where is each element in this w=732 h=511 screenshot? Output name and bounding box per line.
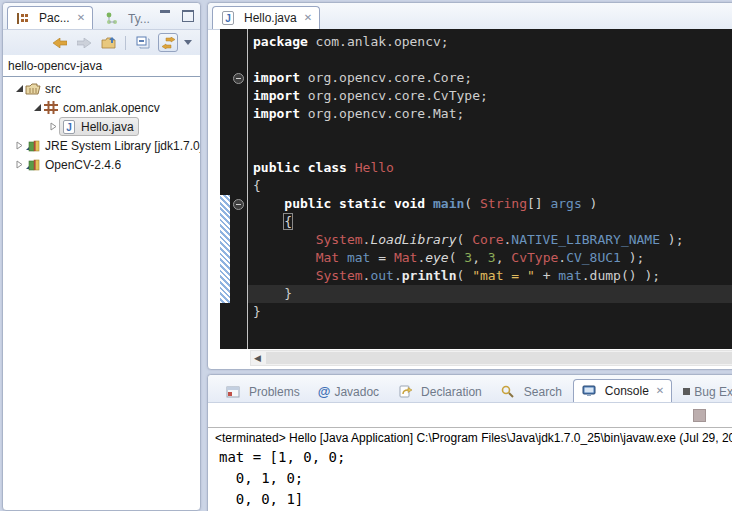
tab-label: Javadoc (334, 385, 379, 399)
tree-item-label: Hello.java (81, 120, 134, 134)
console-panel: Problems @ Javadoc Declaration Search Co… (207, 374, 732, 511)
close-icon[interactable]: ✕ (77, 13, 85, 23)
selected-row-highlight: J Hello.java (59, 117, 139, 136)
expanded-arrow-icon[interactable] (31, 103, 43, 112)
view-window-buttons (160, 10, 194, 22)
tab-search[interactable]: Search (493, 381, 569, 402)
tree-item-label: src (45, 82, 61, 96)
scroll-left-arrow-icon[interactable]: ◀ (251, 353, 261, 363)
horizontal-scrollbar[interactable]: ◀ (250, 350, 732, 366)
collapsed-arrow-icon[interactable] (13, 141, 25, 150)
package-explorer-tabbar: Pac... ✕ Ty... (3, 3, 200, 30)
link-with-editor-icon[interactable] (158, 33, 178, 52)
maximize-icon[interactable] (182, 10, 194, 22)
tree-item-jre-library[interactable]: JRE System Library [jdk1.7.0_25] (3, 136, 200, 155)
close-icon[interactable]: ✕ (304, 13, 312, 23)
tab-javadoc[interactable]: @ Javadoc (311, 381, 386, 402)
tree-item-src[interactable]: src (3, 79, 200, 98)
tab-bug-explorer[interactable]: Bug Explorer (676, 381, 732, 402)
tab-console[interactable]: Console ✕ (573, 379, 672, 402)
console-output: mat = [1, 0, 0; 0, 1, 0; 0, 0, 1] (208, 447, 732, 510)
toolbar-separator (125, 36, 126, 50)
tab-label: Hello.java (244, 11, 297, 25)
code-line[interactable]: import org.opencv.core.CvType; (248, 87, 732, 105)
svg-text:J: J (66, 121, 72, 132)
package-folder-icon (25, 82, 41, 95)
view-menu-icon[interactable] (184, 40, 192, 45)
tab-label: Search (524, 385, 562, 399)
collapsed-arrow-icon[interactable] (47, 122, 59, 131)
console-status-line: <terminated> Hello [Java Application] C:… (208, 428, 732, 447)
code-line[interactable] (248, 123, 732, 141)
code-line[interactable]: package com.anlak.opencv; (248, 33, 732, 51)
tab-label: Bug Explorer (694, 385, 732, 399)
tree-item-label: OpenCV-2.4.6 (45, 158, 121, 172)
tab-label: Ty... (128, 12, 150, 26)
tab-label: Declaration (421, 385, 482, 399)
code-line[interactable]: } (248, 285, 732, 303)
project-tree: src com.anlak.opencv J Hello.java (3, 77, 200, 174)
tab-package-explorer[interactable]: Pac... ✕ (7, 6, 93, 29)
declaration-icon (397, 385, 413, 398)
back-arrow-icon[interactable] (51, 34, 69, 51)
java-file-icon: J (61, 120, 77, 134)
package-explorer-icon (15, 12, 31, 25)
collapse-all-icon[interactable] (134, 34, 152, 51)
forward-arrow-icon[interactable] (75, 34, 93, 51)
minimize-icon[interactable] (160, 10, 170, 19)
terminate-button[interactable] (693, 409, 706, 422)
tree-item-package[interactable]: com.anlak.opencv (3, 98, 200, 117)
code-line[interactable]: { (248, 213, 732, 231)
tree-item-hello-java[interactable]: J Hello.java (3, 117, 200, 136)
scrollbar-thumb[interactable] (266, 352, 732, 364)
type-hierarchy-icon (104, 12, 120, 25)
tab-problems[interactable]: Problems (218, 381, 307, 402)
console-toolbar (208, 403, 732, 427)
close-icon[interactable]: ✕ (656, 386, 664, 396)
tab-label: Pac... (39, 11, 70, 25)
search-icon (500, 385, 516, 398)
annotation-ruler (220, 29, 230, 349)
square-icon (683, 388, 690, 395)
tree-item-label: com.anlak.opencv (63, 101, 160, 115)
code-line[interactable]: System.LoadLibrary( Core.NATIVE_LIBRARY_… (248, 231, 732, 249)
problems-icon (225, 386, 241, 398)
code-line[interactable]: public static void main( String[] args ) (248, 195, 732, 213)
collapsed-arrow-icon[interactable] (13, 160, 25, 169)
code-line[interactable]: import org.opencv.core.Core; (248, 69, 732, 87)
tab-declaration[interactable]: Declaration (390, 381, 489, 402)
java-file-icon: J (220, 11, 236, 25)
tree-item-opencv-library[interactable]: OpenCV-2.4.6 (3, 155, 200, 174)
console-icon (581, 385, 597, 397)
code-editor[interactable]: package com.anlak.opencv; import org.ope… (220, 29, 732, 349)
tab-type-hierarchy[interactable]: Ty... (97, 8, 157, 29)
code-line[interactable]: System.out.println( "mat = " + mat.dump(… (248, 267, 732, 285)
code-line[interactable]: { (248, 177, 732, 195)
package-icon (43, 101, 59, 114)
editor-panel: J Hello.java ✕ package com.anlak.opencv;… (207, 2, 732, 370)
code-line[interactable]: public class Hello (248, 159, 732, 177)
fold-collapse-icon[interactable] (233, 73, 244, 84)
javadoc-icon: @ (318, 385, 331, 398)
code-lines[interactable]: package com.anlak.opencv; import org.ope… (248, 29, 732, 349)
console-output-area[interactable]: <terminated> Hello [Java Application] C:… (208, 427, 732, 510)
expanded-arrow-icon[interactable] (13, 84, 25, 93)
code-line[interactable] (248, 51, 732, 69)
library-icon (25, 158, 41, 171)
project-root[interactable]: hello-opencv-java (3, 55, 200, 76)
code-line[interactable]: } (248, 303, 732, 321)
code-line[interactable]: import org.opencv.core.Mat; (248, 105, 732, 123)
tab-label: Console (605, 384, 649, 398)
method-range-indicator (220, 195, 230, 303)
code-line[interactable] (248, 141, 732, 159)
tab-hello-java[interactable]: J Hello.java ✕ (212, 6, 320, 29)
tab-label: Problems (249, 385, 300, 399)
eclipse-window: { "package_explorer": { "tabs": [ {"labe… (0, 0, 732, 511)
code-line[interactable]: Mat mat = Mat.eye( 3, 3, CvType.CV_8UC1 … (248, 249, 732, 267)
library-icon (25, 139, 41, 152)
up-folder-icon[interactable] (99, 34, 117, 51)
fold-collapse-icon[interactable] (233, 199, 244, 210)
package-explorer-toolbar (3, 30, 200, 55)
tree-item-label: JRE System Library [jdk1.7.0_25] (45, 139, 200, 153)
svg-text:J: J (225, 13, 231, 24)
